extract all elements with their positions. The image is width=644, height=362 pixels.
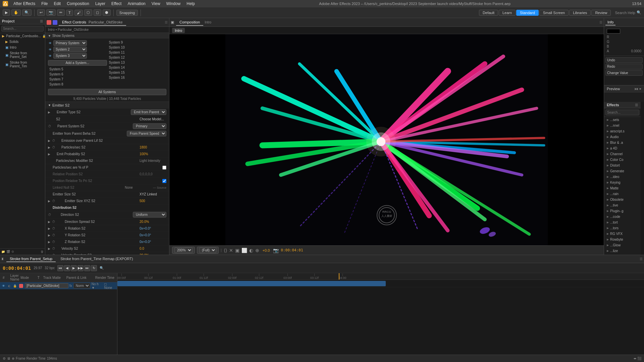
comp-ctrl-5[interactable]: ◐: [249, 248, 253, 253]
layer-switch-1[interactable]: No h ▼: [92, 282, 103, 290]
new-folder-icon[interactable]: 📁: [1, 250, 5, 253]
menu-effect[interactable]: Effect: [109, 1, 124, 7]
comp-viewport[interactable]: RRCG 人人素材: [169, 34, 604, 245]
param-value-velocity[interactable]: 0.0: [140, 247, 166, 250]
track-bar-1[interactable]: [117, 281, 386, 286]
param-expand-x-rot[interactable]: ▶: [48, 227, 52, 230]
layer-row-1[interactable]: 👁 ◐ 🔒 fx Norm No h ▼ ◻ None: [0, 282, 117, 290]
status-icon-1[interactable]: ⚙: [3, 357, 6, 360]
effects-search-input[interactable]: [605, 110, 639, 115]
effects-item-color[interactable]: ▶ Color Co: [604, 157, 641, 163]
status-fit-icon[interactable]: ⬛: [637, 357, 641, 360]
param-expand-velocity[interactable]: ▶: [48, 247, 52, 250]
effects-item-a4d[interactable]: ▶ a 4D: [604, 145, 641, 151]
effect-controls-menu[interactable]: ☰: [165, 20, 168, 24]
workspace-standard[interactable]: Standard: [516, 10, 539, 16]
system-9-label[interactable]: System 9: [108, 40, 124, 45]
effects-item-lize[interactable]: ▶ ...lize: [604, 248, 641, 254]
param-value-dir-spread[interactable]: 20.0%: [140, 220, 166, 224]
workspace-default[interactable]: Default: [479, 10, 498, 16]
effects-item-plugin[interactable]: ▶ Plugin-.g: [604, 208, 641, 214]
tool-hand[interactable]: ✋: [11, 9, 21, 16]
effects-item-matte[interactable]: ▶ Matte: [604, 185, 641, 191]
layer-solo-1[interactable]: ◐: [7, 284, 12, 288]
param-expand-z-rot[interactable]: ▶: [48, 240, 52, 244]
effects-item-channel[interactable]: ▶ Channel: [604, 151, 641, 157]
change-value-button[interactable]: Change Value: [605, 70, 643, 76]
menu-composition[interactable]: Composition: [64, 1, 92, 7]
tool-camera[interactable]: 📷: [46, 9, 56, 16]
effects-menu-icon[interactable]: ☰: [635, 103, 638, 107]
project-menu-icon[interactable]: ☰: [40, 19, 43, 23]
effects-item-video[interactable]: ▶ ...ideo: [604, 174, 641, 180]
system-eye-primary[interactable]: 👁: [48, 41, 52, 45]
system-14-label[interactable]: System 14: [108, 65, 126, 70]
param-expand-y-rot[interactable]: ▶: [48, 234, 52, 237]
effects-item-obsolete[interactable]: ▶ Obsolete: [604, 197, 641, 202]
param-value-y-rotation[interactable]: 0x+0.0°: [140, 233, 166, 237]
effects-item-rowbyte[interactable]: ▶ Rowbyte: [604, 237, 641, 242]
comp-zoom-select[interactable]: 200%: [174, 247, 193, 253]
effects-item-glow[interactable]: ▶ ...Glow: [604, 242, 641, 248]
redo-button[interactable]: Redo: [605, 64, 643, 69]
system-eye-3[interactable]: 👁: [48, 54, 52, 58]
tool-pen[interactable]: ✏: [57, 9, 65, 16]
menu-window[interactable]: Window: [164, 1, 183, 7]
comp-quality-select[interactable]: (Full): [199, 247, 216, 253]
menu-view[interactable]: View: [149, 1, 163, 7]
effects-item-audio[interactable]: ▶ Audio: [604, 134, 641, 140]
effects-item-aescript[interactable]: ▶ aescript.s: [604, 128, 641, 134]
project-settings-icon[interactable]: ⚙: [11, 250, 14, 253]
system-13-label[interactable]: System 13: [108, 60, 126, 65]
system-16-label[interactable]: System 16: [108, 75, 126, 80]
status-icon-3[interactable]: ⊕: [12, 357, 14, 360]
delete-icon[interactable]: 🗑: [41, 250, 44, 253]
effects-item-blur[interactable]: ▶ Blur & .a: [604, 140, 641, 145]
add-system-button[interactable]: Add a System...: [48, 60, 107, 66]
param-value-z-rotation[interactable]: 0x+0.0°: [140, 240, 166, 244]
system-5-label[interactable]: System 5: [48, 67, 65, 71]
effects-item-tive[interactable]: ▶ ...tive: [604, 202, 641, 208]
effects-item-rgvfx[interactable]: ▶ RG VFX: [604, 231, 641, 237]
comp-ctrl-1[interactable]: ⟨⟩: [224, 248, 227, 253]
layer-color-1[interactable]: [19, 284, 23, 288]
workspace-learn[interactable]: Learn: [499, 10, 516, 16]
intro-sub-tab[interactable]: Intro: [172, 28, 185, 33]
system-8-label[interactable]: System 8: [48, 82, 65, 86]
param-expand-dir-spread[interactable]: ▶: [48, 220, 52, 224]
menu-edit[interactable]: Edit: [51, 1, 63, 7]
effects-item-keying[interactable]: ▶ Keying: [604, 180, 641, 185]
transport-loop[interactable]: ↻: [91, 265, 97, 271]
param-checkbox-particles-pct[interactable]: [162, 166, 166, 170]
tool-zoom[interactable]: 🔍: [22, 9, 32, 16]
param-emitter-type-select[interactable]: Emit from Parent: [131, 109, 166, 115]
comp-ctrl-7[interactable]: 📷: [273, 248, 279, 253]
system-12-label[interactable]: System 12: [108, 55, 126, 60]
tool-select[interactable]: ▶: [3, 9, 10, 16]
effects-item-tors[interactable]: ▶ ...tors: [604, 225, 641, 231]
status-icon-2[interactable]: 🖥: [7, 357, 10, 360]
project-item-intro[interactable]: ▣ Intro: [0, 45, 45, 50]
transport-next-frame[interactable]: ▶▶: [77, 265, 84, 271]
layer-fx-icon[interactable]: fx: [69, 284, 72, 288]
project-item-stroke-tim[interactable]: ▣ Stroke from Parent_Tim: [0, 60, 45, 69]
param-expand-emitter-type[interactable]: ▶: [48, 111, 52, 114]
comp-zoom-btn[interactable]: 200%: [172, 247, 195, 254]
comp-ctrl-2[interactable]: ✕: [229, 248, 233, 253]
status-scroll-icon[interactable]: ⬌: [634, 357, 636, 360]
timeline-tab-export[interactable]: Stroke from Parent_Time Remap (EXPORT): [57, 256, 136, 262]
system-2-select[interactable]: System 2: [53, 47, 87, 52]
param-expand-emitter-xyz[interactable]: ▶: [48, 199, 52, 203]
tool-rotate[interactable]: ↩: [37, 9, 45, 16]
param-expand-emit-prob[interactable]: ▶: [48, 153, 52, 156]
tool-stamp[interactable]: ⬡: [84, 9, 92, 16]
layer-vis-1[interactable]: 👁: [1, 284, 6, 288]
comp-time-offset[interactable]: +0.0: [263, 248, 270, 252]
timeline-playhead[interactable]: [339, 273, 339, 280]
system-11-label[interactable]: System 11: [108, 50, 126, 55]
workspace-libraries[interactable]: Libraries: [569, 10, 591, 16]
comp-ctrl-6[interactable]: ⊕: [255, 248, 259, 253]
param-value-x-rotation[interactable]: 0x+0.0°: [140, 227, 166, 230]
info-tab[interactable]: Info: [605, 19, 615, 25]
project-item-folder[interactable]: ▶ Particular_Combustio... 🔒: [0, 33, 45, 39]
